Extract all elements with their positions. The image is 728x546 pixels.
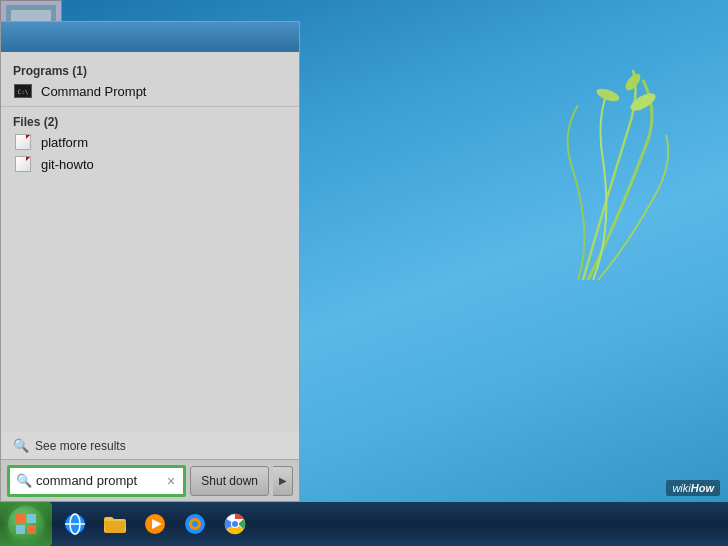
desktop: Programs (1) C:\ Command Prompt Files (2… — [0, 0, 728, 546]
firefox-taskbar-icon[interactable] — [176, 505, 214, 543]
search-input-wrapper[interactable]: 🔍 command prompt × — [7, 465, 186, 497]
internet-explorer-taskbar-icon[interactable] — [56, 505, 94, 543]
grass-decoration — [488, 60, 688, 280]
wikihow-badge: wikiHow — [666, 480, 720, 496]
command-prompt-result[interactable]: C:\ Command Prompt — [1, 80, 299, 102]
section-divider-1 — [1, 106, 299, 107]
svg-point-4 — [595, 86, 621, 104]
start-button[interactable] — [0, 502, 52, 546]
svg-rect-6 — [27, 514, 36, 523]
search-input-text: command prompt — [36, 473, 165, 488]
shutdown-label: Shut down — [201, 474, 258, 488]
platform-file-icon — [13, 134, 33, 150]
cmd-icon: C:\ — [13, 83, 33, 99]
folder-taskbar-icon[interactable] — [96, 505, 134, 543]
svg-point-16 — [192, 521, 198, 527]
git-howto-result[interactable]: git-howto — [1, 153, 299, 175]
search-magnifier-icon: 🔍 — [16, 473, 32, 488]
chrome-taskbar-icon[interactable] — [216, 505, 254, 543]
command-prompt-label: Command Prompt — [41, 84, 146, 99]
media-player-taskbar-icon[interactable] — [136, 505, 174, 543]
start-menu-search-row: 🔍 command prompt × Shut down ▶ — [1, 459, 299, 501]
search-icon-sm: 🔍 — [13, 438, 29, 453]
platform-result[interactable]: platform — [1, 131, 299, 153]
shutdown-button[interactable]: Shut down — [190, 466, 269, 496]
svg-point-19 — [232, 521, 238, 527]
platform-label: platform — [41, 135, 88, 150]
shutdown-arrow-button[interactable]: ▶ — [273, 466, 293, 496]
programs-section-header: Programs (1) — [1, 60, 299, 80]
git-howto-label: git-howto — [41, 157, 94, 172]
start-orb — [8, 506, 44, 542]
search-results-area: Programs (1) C:\ Command Prompt Files (2… — [1, 52, 299, 432]
windows-logo-icon — [15, 513, 37, 535]
git-howto-file-icon — [13, 156, 33, 172]
start-menu-top-bar — [1, 22, 299, 52]
taskbar-items — [52, 502, 258, 546]
see-more-label: See more results — [35, 439, 126, 453]
svg-rect-8 — [27, 525, 36, 534]
files-section-header: Files (2) — [1, 111, 299, 131]
search-clear-button[interactable]: × — [165, 473, 177, 489]
svg-rect-5 — [16, 514, 25, 523]
svg-rect-7 — [16, 525, 25, 534]
see-more-results[interactable]: 🔍 See more results — [1, 432, 299, 459]
start-menu: Programs (1) C:\ Command Prompt Files (2… — [0, 21, 300, 502]
taskbar — [0, 502, 728, 546]
wikihow-label: wikiHow — [672, 482, 714, 494]
